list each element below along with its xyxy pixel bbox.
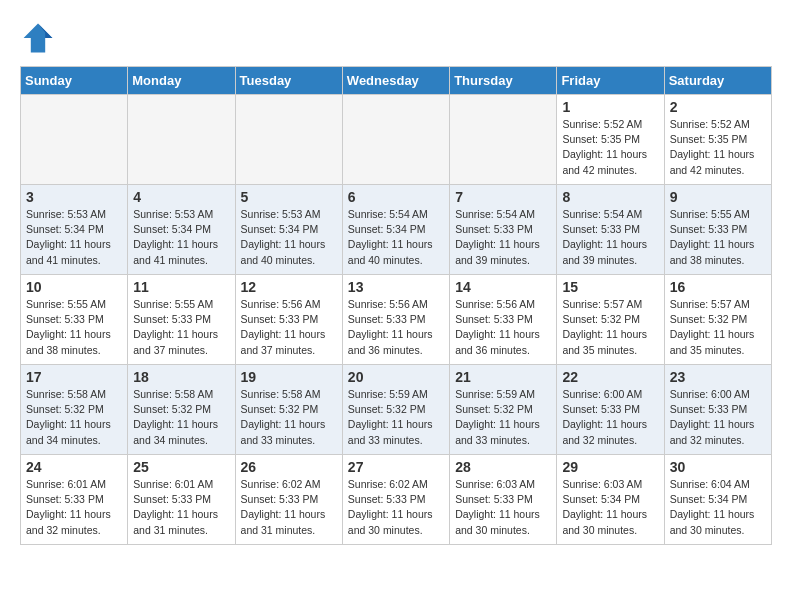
calendar-week-row: 10Sunrise: 5:55 AM Sunset: 5:33 PM Dayli… [21,275,772,365]
day-info: Sunrise: 6:04 AM Sunset: 5:34 PM Dayligh… [670,477,766,538]
calendar-cell [235,95,342,185]
day-info: Sunrise: 5:53 AM Sunset: 5:34 PM Dayligh… [133,207,229,268]
day-number: 21 [455,369,551,385]
calendar-cell: 14Sunrise: 5:56 AM Sunset: 5:33 PM Dayli… [450,275,557,365]
calendar-cell: 30Sunrise: 6:04 AM Sunset: 5:34 PM Dayli… [664,455,771,545]
day-info: Sunrise: 5:53 AM Sunset: 5:34 PM Dayligh… [241,207,337,268]
day-info: Sunrise: 5:55 AM Sunset: 5:33 PM Dayligh… [133,297,229,358]
day-info: Sunrise: 5:57 AM Sunset: 5:32 PM Dayligh… [670,297,766,358]
day-number: 19 [241,369,337,385]
day-info: Sunrise: 5:54 AM Sunset: 5:34 PM Dayligh… [348,207,444,268]
day-number: 23 [670,369,766,385]
calendar-cell: 11Sunrise: 5:55 AM Sunset: 5:33 PM Dayli… [128,275,235,365]
calendar-cell: 28Sunrise: 6:03 AM Sunset: 5:33 PM Dayli… [450,455,557,545]
day-number: 1 [562,99,658,115]
weekday-header: Thursday [450,67,557,95]
day-number: 26 [241,459,337,475]
calendar-cell [342,95,449,185]
day-info: Sunrise: 5:58 AM Sunset: 5:32 PM Dayligh… [133,387,229,448]
calendar-cell: 9Sunrise: 5:55 AM Sunset: 5:33 PM Daylig… [664,185,771,275]
weekday-header: Wednesday [342,67,449,95]
calendar-week-row: 1Sunrise: 5:52 AM Sunset: 5:35 PM Daylig… [21,95,772,185]
calendar-cell: 5Sunrise: 5:53 AM Sunset: 5:34 PM Daylig… [235,185,342,275]
logo-icon [20,20,56,56]
day-number: 9 [670,189,766,205]
day-number: 18 [133,369,229,385]
day-number: 7 [455,189,551,205]
calendar-cell: 19Sunrise: 5:58 AM Sunset: 5:32 PM Dayli… [235,365,342,455]
calendar-cell: 8Sunrise: 5:54 AM Sunset: 5:33 PM Daylig… [557,185,664,275]
day-info: Sunrise: 5:57 AM Sunset: 5:32 PM Dayligh… [562,297,658,358]
day-info: Sunrise: 6:00 AM Sunset: 5:33 PM Dayligh… [562,387,658,448]
day-info: Sunrise: 5:58 AM Sunset: 5:32 PM Dayligh… [241,387,337,448]
calendar-week-row: 3Sunrise: 5:53 AM Sunset: 5:34 PM Daylig… [21,185,772,275]
calendar-cell: 1Sunrise: 5:52 AM Sunset: 5:35 PM Daylig… [557,95,664,185]
calendar-cell: 26Sunrise: 6:02 AM Sunset: 5:33 PM Dayli… [235,455,342,545]
calendar-cell: 7Sunrise: 5:54 AM Sunset: 5:33 PM Daylig… [450,185,557,275]
day-number: 12 [241,279,337,295]
weekday-header: Friday [557,67,664,95]
calendar-cell: 27Sunrise: 6:02 AM Sunset: 5:33 PM Dayli… [342,455,449,545]
day-info: Sunrise: 5:52 AM Sunset: 5:35 PM Dayligh… [670,117,766,178]
day-info: Sunrise: 5:59 AM Sunset: 5:32 PM Dayligh… [455,387,551,448]
calendar-cell: 13Sunrise: 5:56 AM Sunset: 5:33 PM Dayli… [342,275,449,365]
day-number: 24 [26,459,122,475]
calendar-cell: 25Sunrise: 6:01 AM Sunset: 5:33 PM Dayli… [128,455,235,545]
day-info: Sunrise: 5:52 AM Sunset: 5:35 PM Dayligh… [562,117,658,178]
day-info: Sunrise: 6:01 AM Sunset: 5:33 PM Dayligh… [133,477,229,538]
day-info: Sunrise: 5:58 AM Sunset: 5:32 PM Dayligh… [26,387,122,448]
weekday-header-row: SundayMondayTuesdayWednesdayThursdayFrid… [21,67,772,95]
day-number: 3 [26,189,122,205]
calendar-cell: 17Sunrise: 5:58 AM Sunset: 5:32 PM Dayli… [21,365,128,455]
calendar-table: SundayMondayTuesdayWednesdayThursdayFrid… [20,66,772,545]
calendar-cell: 24Sunrise: 6:01 AM Sunset: 5:33 PM Dayli… [21,455,128,545]
day-info: Sunrise: 5:56 AM Sunset: 5:33 PM Dayligh… [455,297,551,358]
day-number: 25 [133,459,229,475]
calendar-cell [450,95,557,185]
day-number: 8 [562,189,658,205]
day-info: Sunrise: 5:56 AM Sunset: 5:33 PM Dayligh… [241,297,337,358]
weekday-header: Saturday [664,67,771,95]
day-number: 28 [455,459,551,475]
day-info: Sunrise: 6:01 AM Sunset: 5:33 PM Dayligh… [26,477,122,538]
weekday-header: Monday [128,67,235,95]
calendar-cell [128,95,235,185]
day-number: 20 [348,369,444,385]
day-number: 11 [133,279,229,295]
day-number: 17 [26,369,122,385]
day-number: 14 [455,279,551,295]
page-header [20,20,772,56]
calendar-cell: 23Sunrise: 6:00 AM Sunset: 5:33 PM Dayli… [664,365,771,455]
day-number: 4 [133,189,229,205]
day-number: 6 [348,189,444,205]
day-number: 5 [241,189,337,205]
calendar-week-row: 24Sunrise: 6:01 AM Sunset: 5:33 PM Dayli… [21,455,772,545]
day-info: Sunrise: 5:54 AM Sunset: 5:33 PM Dayligh… [455,207,551,268]
calendar-cell: 18Sunrise: 5:58 AM Sunset: 5:32 PM Dayli… [128,365,235,455]
day-info: Sunrise: 5:55 AM Sunset: 5:33 PM Dayligh… [670,207,766,268]
weekday-header: Tuesday [235,67,342,95]
day-info: Sunrise: 6:03 AM Sunset: 5:33 PM Dayligh… [455,477,551,538]
logo [20,20,60,56]
calendar-cell: 16Sunrise: 5:57 AM Sunset: 5:32 PM Dayli… [664,275,771,365]
calendar-cell [21,95,128,185]
calendar-cell: 10Sunrise: 5:55 AM Sunset: 5:33 PM Dayli… [21,275,128,365]
day-number: 15 [562,279,658,295]
calendar-week-row: 17Sunrise: 5:58 AM Sunset: 5:32 PM Dayli… [21,365,772,455]
day-number: 2 [670,99,766,115]
day-info: Sunrise: 5:53 AM Sunset: 5:34 PM Dayligh… [26,207,122,268]
calendar-cell: 2Sunrise: 5:52 AM Sunset: 5:35 PM Daylig… [664,95,771,185]
day-number: 10 [26,279,122,295]
calendar-cell: 29Sunrise: 6:03 AM Sunset: 5:34 PM Dayli… [557,455,664,545]
calendar-cell: 22Sunrise: 6:00 AM Sunset: 5:33 PM Dayli… [557,365,664,455]
calendar-cell: 6Sunrise: 5:54 AM Sunset: 5:34 PM Daylig… [342,185,449,275]
day-info: Sunrise: 6:02 AM Sunset: 5:33 PM Dayligh… [241,477,337,538]
calendar-cell: 4Sunrise: 5:53 AM Sunset: 5:34 PM Daylig… [128,185,235,275]
day-info: Sunrise: 5:56 AM Sunset: 5:33 PM Dayligh… [348,297,444,358]
calendar-cell: 20Sunrise: 5:59 AM Sunset: 5:32 PM Dayli… [342,365,449,455]
calendar-cell: 3Sunrise: 5:53 AM Sunset: 5:34 PM Daylig… [21,185,128,275]
day-info: Sunrise: 6:03 AM Sunset: 5:34 PM Dayligh… [562,477,658,538]
day-info: Sunrise: 6:00 AM Sunset: 5:33 PM Dayligh… [670,387,766,448]
day-number: 27 [348,459,444,475]
day-number: 13 [348,279,444,295]
